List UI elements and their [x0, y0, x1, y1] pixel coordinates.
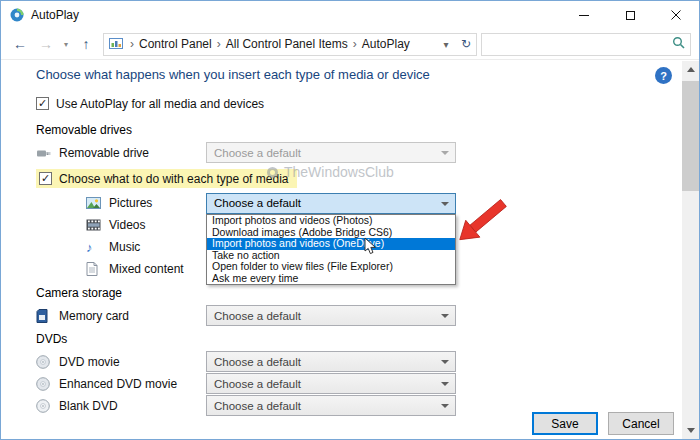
close-button[interactable]: [653, 1, 699, 29]
maximize-icon: [626, 11, 635, 20]
mouse-cursor-icon: [364, 237, 377, 259]
checkbox-checked-icon: ✓: [39, 172, 52, 185]
minimize-button[interactable]: [561, 1, 607, 29]
dropdown-item[interactable]: Open folder to view files (File Explorer…: [207, 261, 455, 273]
memory-card-select[interactable]: Choose a default: [206, 305, 456, 326]
address-bar[interactable]: › Control Panel › All Control Panel Item…: [103, 33, 477, 56]
section-title-dvds: DVDs: [36, 332, 682, 347]
breadcrumb-separator: ›: [348, 37, 362, 51]
blank-dvd-select[interactable]: Choose a default: [206, 395, 456, 416]
up-button[interactable]: ↑: [73, 32, 99, 56]
search-input[interactable]: [481, 33, 691, 56]
dvd-movie-label: DVD movie: [59, 355, 120, 369]
page-title: Choose what happens when you insert each…: [36, 67, 430, 82]
back-button[interactable]: ←: [7, 32, 33, 56]
close-icon: [671, 10, 681, 20]
vertical-scrollbar[interactable]: [682, 61, 699, 439]
window-title: AutoPlay: [31, 8, 79, 22]
breadcrumb-autoplay[interactable]: AutoPlay: [362, 37, 410, 51]
enhanced-dvd-movie-label: Enhanced DVD movie: [59, 377, 177, 391]
breadcrumb-control-panel[interactable]: Control Panel: [139, 37, 212, 51]
main-content: Choose what happens when you insert each…: [1, 61, 682, 439]
forward-button[interactable]: →: [33, 32, 59, 56]
dropdown-item[interactable]: Ask me every time: [207, 273, 455, 285]
watermark-logo-icon: [267, 167, 278, 178]
dvd-movie-select[interactable]: Choose a default: [206, 351, 456, 372]
recent-locations-chevron-icon[interactable]: ▾: [59, 32, 73, 56]
breadcrumb-separator: ›: [212, 37, 226, 51]
control-panel-icon: [109, 38, 123, 51]
combo-caret-icon: [441, 314, 449, 318]
scroll-down-button[interactable]: [682, 422, 699, 439]
footer-buttons: Save Cancel: [532, 412, 674, 435]
scrollbar-thumb[interactable]: [682, 81, 699, 191]
save-button[interactable]: Save: [532, 412, 598, 435]
dropdown-item[interactable]: Take no action: [207, 250, 455, 262]
autoplay-app-icon: [9, 7, 25, 23]
checkbox-checked-icon: ✓: [36, 97, 49, 110]
removable-drive-select: Choose a default: [206, 142, 456, 163]
media-type-rows: Pictures Choose a default Videos: [86, 192, 682, 280]
dropdown-item[interactable]: Download images (Adobe Bridge CS6): [207, 227, 455, 239]
use-autoplay-label: Use AutoPlay for all media and devices: [56, 97, 264, 111]
pictures-label: Pictures: [109, 196, 152, 210]
titlebar: AutoPlay: [1, 1, 699, 29]
dvd-disc-icon: [36, 354, 52, 369]
maximize-button[interactable]: [607, 1, 653, 29]
videos-label: Videos: [109, 218, 145, 232]
removable-drive-label: Removable drive: [59, 146, 149, 160]
combo-caret-icon: [441, 404, 449, 408]
section-title-camera-storage: Camera storage: [36, 286, 682, 301]
annotation-arrow-icon: [448, 191, 516, 254]
pictures-select[interactable]: Choose a default: [206, 193, 456, 214]
scroll-up-icon: [687, 67, 695, 72]
combo-caret-icon: [441, 151, 449, 155]
dropdown-item-selected[interactable]: Import photos and videos (OneDrive): [207, 238, 455, 250]
enhanced-dvd-movie-select[interactable]: Choose a default: [206, 373, 456, 394]
music-label: Music: [109, 240, 140, 254]
scroll-up-button[interactable]: [682, 61, 699, 78]
per-media-label: Choose what to do with each type of medi…: [59, 172, 288, 186]
enhanced-dvd-disc-icon: [36, 376, 52, 391]
use-autoplay-checkbox[interactable]: ✓ Use AutoPlay for all media and devices: [36, 96, 682, 111]
minimize-icon: [579, 15, 589, 16]
mixed-content-label: Mixed content: [109, 262, 184, 276]
memory-card-label: Memory card: [59, 309, 129, 323]
address-dropdown-icon[interactable]: ▾: [436, 39, 456, 50]
help-icon[interactable]: ?: [655, 67, 672, 84]
pictures-icon: [86, 196, 102, 211]
watermark: TheWindowsClub: [267, 164, 394, 180]
section-title-removable-drives: Removable drives: [36, 123, 682, 138]
search-icon: [672, 36, 685, 52]
breadcrumb-all-items[interactable]: All Control Panel Items: [226, 37, 348, 51]
per-media-checkbox[interactable]: ✓ Choose what to do with each type of me…: [36, 169, 297, 188]
combo-caret-icon: [441, 360, 449, 364]
window-controls: [561, 1, 699, 29]
blank-dvd-label: Blank DVD: [59, 399, 118, 413]
breadcrumb-separator: ›: [125, 37, 139, 51]
combo-caret-icon: [441, 382, 449, 386]
navigation-bar: ← → ▾ ↑ › Control Panel › All Control Pa…: [1, 29, 699, 60]
dropdown-item[interactable]: Import photos and videos (Photos): [207, 215, 455, 227]
blank-dvd-disc-icon: [36, 398, 52, 413]
videos-icon: [86, 218, 102, 233]
usb-drive-icon: [36, 145, 52, 160]
refresh-icon[interactable]: ↻: [456, 37, 476, 51]
autoplay-window: AutoPlay ← → ▾ ↑ › Control Panel › All C…: [0, 0, 700, 440]
music-icon: ♪: [86, 240, 102, 255]
pictures-dropdown-list: Import photos and videos (Photos) Downlo…: [206, 214, 456, 285]
scroll-down-icon: [687, 428, 695, 433]
mixed-content-icon: [86, 262, 102, 277]
cancel-button[interactable]: Cancel: [608, 412, 674, 435]
memory-card-icon: [36, 308, 52, 323]
